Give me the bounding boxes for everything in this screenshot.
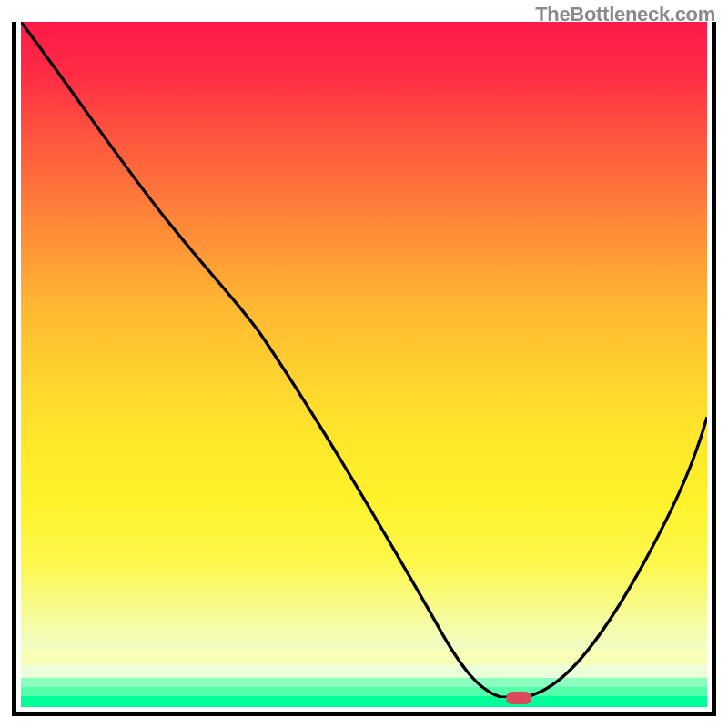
plot-area xyxy=(21,22,707,707)
bottleneck-curve xyxy=(21,22,707,698)
optimal-marker xyxy=(506,692,531,704)
chart-frame xyxy=(12,22,716,716)
